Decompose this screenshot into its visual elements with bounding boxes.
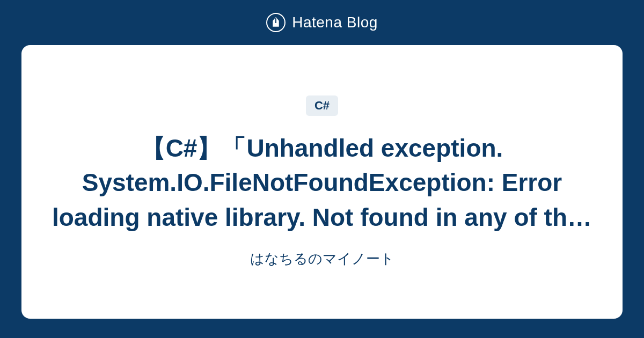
hatena-logo-icon [266, 13, 286, 32]
content-card: C# 【C#】「Unhandled exception. System.IO.F… [21, 45, 623, 319]
article-title: 【C#】「Unhandled exception. System.IO.File… [48, 131, 596, 234]
blog-name: はなちるのマイノート [250, 249, 394, 268]
logo-text: Hatena Blog [292, 14, 378, 31]
category-tag: C# [306, 95, 338, 116]
header: Hatena Blog [266, 0, 378, 45]
